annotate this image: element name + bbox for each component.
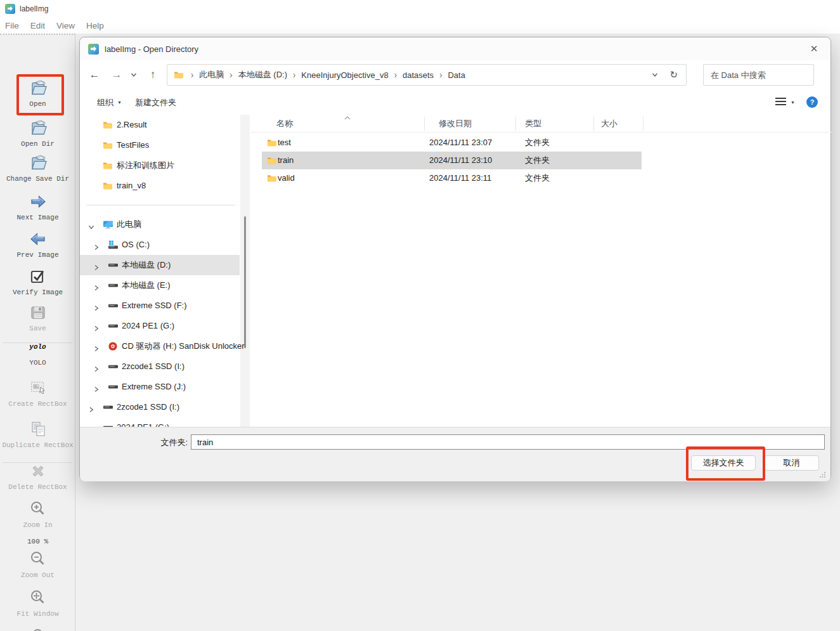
chevron-right-icon[interactable] <box>93 242 100 253</box>
up-button[interactable]: ↑ <box>145 67 161 83</box>
tree-item-train-v8[interactable]: train_v8 <box>80 176 240 196</box>
history-chevron-icon[interactable] <box>128 67 139 83</box>
file-row-valid[interactable]: valid2024/11/11 23:11文件夹 <box>262 169 642 187</box>
tree-item-os-c-[interactable]: OS (C:) <box>80 235 240 255</box>
chevron-right-icon[interactable] <box>93 343 100 355</box>
chevron-down-icon[interactable] <box>88 221 94 233</box>
chevron-right-icon[interactable] <box>93 282 100 294</box>
chevron-right-icon[interactable] <box>93 302 100 314</box>
tree-item-label: Extreme SSD (F:) <box>122 296 187 316</box>
sidebar-item-100-[interactable]: 100 % <box>0 538 75 545</box>
sidebar-item-zoom-in[interactable]: Zoom In <box>0 498 75 529</box>
tree-item-2-result[interactable]: 2.Result <box>80 115 240 135</box>
close-icon[interactable]: ✕ <box>804 39 824 58</box>
tree-item-2024-pe1-g-[interactable]: 2024 PE1 (G:) <box>80 316 240 336</box>
tree-item-extreme-ssd-f-[interactable]: Extreme SSD (F:) <box>80 296 240 316</box>
sidebar-item-fit-width[interactable]: Fit Width <box>0 625 75 631</box>
organize-button[interactable]: 组织▼ <box>97 90 122 115</box>
help-icon[interactable]: ? <box>806 96 818 108</box>
folder-icon <box>103 160 113 173</box>
sidebar-item-delete-rectbox[interactable]: Delete RectBox <box>0 460 75 491</box>
sidebar-item-zoom-out[interactable]: Zoom Out <box>0 548 75 579</box>
tree-item-label: TestFiles <box>117 135 149 155</box>
view-list-icon[interactable] <box>775 97 786 108</box>
file-row-test[interactable]: test2024/11/11 23:07文件夹 <box>262 134 642 152</box>
breadcrumb-segment[interactable]: 本地磁盘 (D:) <box>238 69 287 81</box>
tree-item-testfiles[interactable]: TestFiles <box>80 135 240 155</box>
sidebar-item-label: Delete RectBox <box>0 483 75 491</box>
cancel-button[interactable]: 取消 <box>764 455 819 471</box>
chevron-right-icon[interactable] <box>93 323 100 334</box>
back-button[interactable]: ← <box>86 67 103 83</box>
view-caret-icon[interactable]: ▼ <box>791 100 795 105</box>
sidebar-item-next-image[interactable]: Next Image <box>0 190 75 221</box>
column-header-1[interactable]: 修改日期 <box>439 115 472 132</box>
open-folder-icon <box>0 77 75 100</box>
new-folder-button[interactable]: 新建文件夹 <box>135 90 176 115</box>
breadcrumb: ›此电脑›本地磁盘 (D:)›KneeInjuryObjective_v8›da… <box>174 69 465 81</box>
folder-name-input[interactable] <box>191 434 825 450</box>
sidebar-item-fit-window[interactable]: Fit Window <box>0 587 75 618</box>
column-separator <box>424 117 425 131</box>
menu-item-edit[interactable]: Edit <box>30 21 45 30</box>
menu-item-view[interactable]: View <box>56 21 75 30</box>
file-type: 文件夹 <box>525 134 550 152</box>
breadcrumb-segment[interactable]: Data <box>448 70 465 80</box>
sidebar-item-label: 100 % <box>0 538 75 545</box>
forward-button[interactable]: → <box>108 67 125 83</box>
folder-tree: 2.ResultTestFiles标注和训练图片train_v8此电脑OS (C… <box>80 115 250 427</box>
column-header-2[interactable]: 类型 <box>525 115 541 132</box>
sidebar-item-open-dir[interactable]: Open Dir <box>0 117 75 148</box>
tree-item-2zcode1-ssd-i-[interactable]: 2zcode1 SSD (I:) <box>80 356 240 377</box>
search-input[interactable] <box>704 70 824 81</box>
tree-item--[interactable]: 此电脑 <box>80 214 240 235</box>
sidebar-item-duplicate-rectbox[interactable]: Duplicate RectBox <box>0 418 75 449</box>
file-date: 2024/11/11 23:11 <box>429 169 491 187</box>
folder-name-label: 文件夹: <box>80 437 188 448</box>
breadcrumb-segment[interactable]: KneeInjuryObjective_v8 <box>301 70 388 80</box>
resize-grip-icon[interactable] <box>819 471 826 478</box>
sidebar-item-create-rectbox[interactable]: Create RectBox <box>0 377 75 408</box>
tree-item-cd-h-sandisk-unlocker[interactable]: CD 驱动器 (H:) SanDisk Unlocker <box>80 336 240 356</box>
file-date: 2024/11/11 23:07 <box>429 134 492 152</box>
chevron-right-icon[interactable] <box>93 384 100 395</box>
tree-item--[interactable]: 标注和训练图片 <box>80 155 240 176</box>
refresh-icon[interactable]: ↻ <box>669 69 678 81</box>
column-separator <box>593 117 594 131</box>
chevron-right-icon[interactable] <box>93 363 100 375</box>
app-titlebar: labelImg <box>0 0 840 17</box>
breadcrumb-segment[interactable]: datasets <box>403 70 434 80</box>
file-row-train[interactable]: train2024/11/11 23:10文件夹 <box>262 152 642 169</box>
select-folder-button[interactable]: 选择文件夹 <box>691 455 756 471</box>
toolbar-sidebar: OpenOpen DirChange Save DirNext ImagePre… <box>0 34 75 631</box>
sidebar-item-prev-image[interactable]: Prev Image <box>0 228 75 259</box>
menu-item-help[interactable]: Help <box>86 21 104 30</box>
sidebar-item-change-save-dir[interactable]: Change Save Dir <box>0 152 75 183</box>
menu-item-file[interactable]: File <box>5 21 19 30</box>
address-bar[interactable]: ›此电脑›本地磁盘 (D:)›KneeInjuryObjective_v8›da… <box>167 64 687 86</box>
sidebar-item-verify-image[interactable]: Verify Image <box>0 265 75 296</box>
tree-item-label: CD 驱动器 (H:) SanDisk Unlocker <box>122 336 245 356</box>
create-rectbox-icon <box>0 377 75 400</box>
sidebar-item-yolo[interactable]: yoloYOLO <box>0 335 75 367</box>
sidebar-item-label: Verify Image <box>0 289 75 296</box>
tree-item--e-[interactable]: 本地磁盘 (E:) <box>80 275 240 296</box>
breadcrumb-segment[interactable]: 此电脑 <box>199 69 224 81</box>
column-header-0[interactable]: 名称 <box>276 115 293 132</box>
tree-item-extreme-ssd-j-[interactable]: Extreme SSD (J:) <box>80 377 240 397</box>
file-list: 名称修改日期类型大小 test2024/11/11 23:07文件夹train2… <box>251 115 832 427</box>
column-header-3[interactable]: 大小 <box>601 115 617 132</box>
tree-item-label: 2.Result <box>117 115 147 135</box>
tree-item--d-[interactable]: 本地磁盘 (D:) <box>80 255 240 275</box>
tree-item-2024-pe1-g-[interactable]: 2024 PE1 (G:) <box>80 417 240 427</box>
file-date: 2024/11/11 23:10 <box>429 152 492 169</box>
chevron-right-icon[interactable] <box>88 404 94 415</box>
tree-scrollbar-thumb[interactable] <box>244 216 246 348</box>
tree-item-2zcode1-ssd-i-[interactable]: 2zcode1 SSD (I:) <box>80 397 240 417</box>
address-dropdown-icon[interactable] <box>652 70 658 80</box>
sidebar-item-label: YOLO <box>0 359 75 367</box>
sidebar-item-open[interactable]: Open <box>0 77 75 108</box>
tree-item-label: 本地磁盘 (D:) <box>122 255 171 275</box>
sidebar-item-save[interactable]: Save <box>0 301 75 332</box>
chevron-right-icon[interactable] <box>93 262 100 273</box>
